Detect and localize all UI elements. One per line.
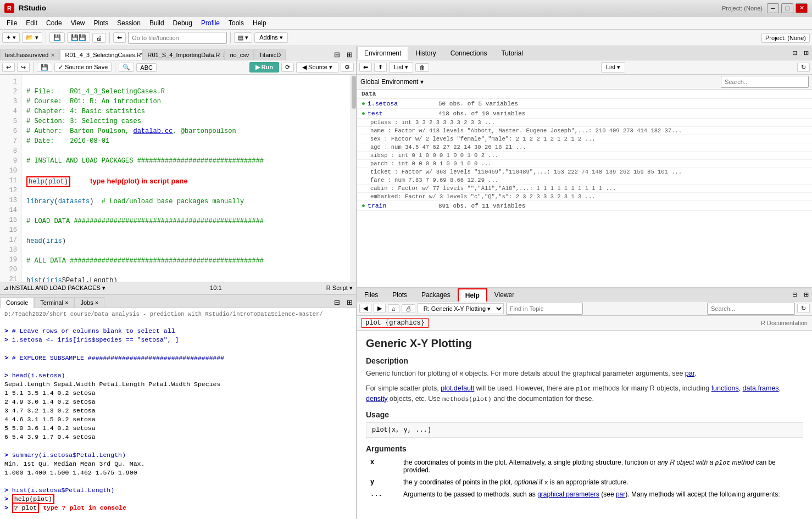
tab-history[interactable]: History [408,47,443,60]
source-save-checkbox[interactable]: ✓ Source on Save [54,63,112,72]
env-row-isetosa[interactable]: ●i.setosa 50 obs. of 5 variables [357,99,812,109]
maximize-button[interactable]: □ [781,3,793,13]
menu-profile[interactable]: Profile [197,18,224,28]
source-button[interactable]: ◀ Source ▾ [296,62,338,72]
collapse-env-button[interactable]: ⊟ [789,48,800,58]
chunk-button[interactable]: ▤ ▾ [234,32,252,43]
expand-console-button[interactable]: ⊞ [343,297,356,308]
menu-edit[interactable]: Edit [21,18,42,28]
project-button[interactable]: Project: (None) [761,33,810,43]
tab-titanic[interactable]: TitanicD [254,49,286,60]
plot-default-link[interactable]: plot.default [441,384,474,392]
tab-test-hassurvived[interactable]: test.hassurvived ✕ [0,49,60,60]
script-type[interactable]: R Script ▾ [326,284,353,292]
density-link[interactable]: density [366,395,388,403]
menu-session[interactable]: Session [113,18,145,28]
rerun-button[interactable]: ⟳ [281,63,294,72]
import-dataset-button[interactable]: List ▾ [389,62,413,72]
tab-plots[interactable]: Plots [385,288,414,302]
collapse-help-button[interactable]: ⊟ [789,290,800,299]
new-file-button[interactable]: ✦ ▾ [2,32,20,43]
menu-plots[interactable]: Plots [90,18,113,28]
goto-input[interactable] [128,32,227,44]
redo-button[interactable]: ↪ [17,63,30,72]
undo-button[interactable]: ↩ [2,63,15,72]
tab-help[interactable]: Help [458,288,487,302]
minimize-button[interactable]: ─ [767,3,779,13]
help-refresh-button[interactable]: ↻ [797,304,810,313]
tab-environment[interactable]: Environment [357,47,408,60]
refresh-env-button[interactable]: ↻ [797,63,810,72]
console-line: > head(i.setosa) [4,371,352,380]
env-export-btn[interactable]: ⬆ [374,63,387,72]
help-home-button[interactable]: ⌂ [388,304,399,313]
graphical-params-link[interactable]: graphical parameters [537,490,599,498]
print-button[interactable]: 🖨 [92,33,106,43]
help-content: plot {graphics} R Documentation Generic … [357,316,812,519]
close-button[interactable]: ✕ [796,3,808,13]
editor-scroll-thumb[interactable] [352,76,356,109]
tab-viewer[interactable]: Viewer [487,288,521,302]
expand-editor-button[interactable]: ⊞ [343,49,356,60]
par-link[interactable]: par [685,370,694,377]
tab-rio-csv[interactable]: rio_csv [225,49,254,60]
par-link2[interactable]: par [616,490,625,498]
code-content[interactable]: # File: R01_4_3_SelectingCases.R # Cours… [22,75,268,282]
help-print-button[interactable]: 🖨 [402,304,415,313]
tab-tutorial[interactable]: Tutorial [494,47,530,60]
spellcheck-button[interactable]: ABC [136,63,157,72]
save-ed-button[interactable]: 💾 [37,63,52,72]
console[interactable]: D:/Teach2020/short course/Data analysis … [0,308,356,520]
help-fwd-button[interactable]: ▶ [374,304,386,313]
menu-file[interactable]: File [2,18,21,28]
tab-selecting-cases[interactable]: R01_4_3_SelectingCases.R* ✕ [60,49,142,60]
env-nav-btn[interactable]: ⬅ [359,63,372,72]
tab-console[interactable]: Console [0,297,34,308]
save-all-button[interactable]: 💾💾 [67,32,90,43]
tab-terminal[interactable]: Terminal × [34,297,74,308]
tab-connections[interactable]: Connections [443,47,494,60]
collapse-editor-button[interactable]: ⊟ [331,49,343,60]
env-row-train[interactable]: ●train 891 obs. of 11 variables [357,201,812,211]
clear-env-button[interactable]: 🗑 [415,63,429,72]
tab-files[interactable]: Files [357,288,385,302]
search-button[interactable]: 🔍 [119,63,134,72]
tab-importing-data[interactable]: R01_S_4_ImportingData.R ✕ [142,49,225,60]
collapse-console-button[interactable]: ⊟ [331,297,343,308]
editor-scrollbar[interactable] [351,75,356,282]
help-back-button[interactable]: ◀ [359,304,371,313]
dataframes-link[interactable]: data.frames [743,384,779,392]
help-tabs: Files Plots Packages Help Viewer ⊟ ⊞ [357,287,812,302]
menu-build[interactable]: Build [145,18,169,28]
help-topic-dropdown[interactable]: R: Generic X-Y Plotting ▾ [418,303,504,314]
test-detail-9: embarked: Factor w/ 3 levels "c","Q","s"… [357,193,812,201]
nav-prev-button[interactable]: ⬅ [113,32,126,43]
functions-link[interactable]: functions [711,384,739,392]
save-button[interactable]: 💾 [49,32,65,43]
menu-help[interactable]: Help [248,18,271,28]
addins-button[interactable]: Addins ▾ [254,32,288,43]
cursor-position: 10:1 [210,284,221,291]
var-value-train: 891 obs. of 11 variables [438,203,808,209]
settings-icon[interactable]: ⚙ [341,63,354,72]
menu-code[interactable]: Code [42,18,66,28]
var-name-train: ●train [361,202,438,209]
expand-env-button[interactable]: ⊞ [800,48,812,58]
tab-packages[interactable]: Packages [414,288,458,302]
annotation-script: type help(plot) in script pane [90,177,188,185]
open-file-button[interactable]: 📂 ▾ [22,32,42,43]
env-search-input[interactable] [721,76,809,88]
expand-help-button[interactable]: ⊞ [800,290,812,299]
find-in-topic-input[interactable] [506,303,583,315]
menu-debug[interactable]: Debug [169,18,197,28]
toolbar: ✦ ▾ 📂 ▾ 💾 💾💾 🖨 ⬅ ▤ ▾ Addins ▾ Project: (… [0,30,812,46]
env-row-test[interactable]: ●test 418 obs. of 10 variables [357,109,812,119]
list-view-button[interactable]: List ▾ [601,62,625,72]
menu-view[interactable]: View [66,18,90,28]
help-search-input[interactable] [707,303,795,315]
menu-tools[interactable]: Tools [224,18,248,28]
run-button[interactable]: ▶ Run [249,62,279,72]
tab-close-icon[interactable]: ✕ [51,52,55,58]
global-env-label[interactable]: Global Environment ▾ [360,78,424,86]
tab-jobs[interactable]: Jobs × [74,297,104,308]
